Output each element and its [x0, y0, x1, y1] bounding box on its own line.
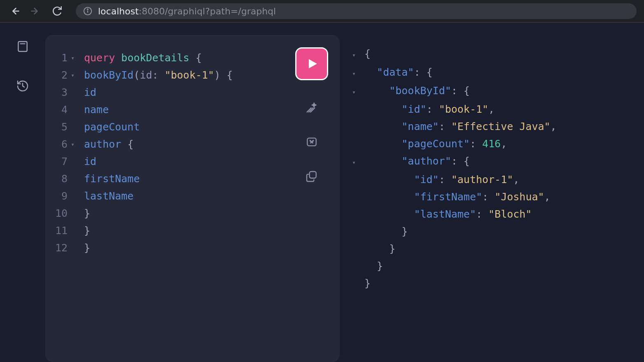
- url-text: localhost:8080/graphiql?path=/graphql: [98, 6, 276, 16]
- svg-rect-5: [18, 42, 27, 51]
- line-gutter: 1 2 3 4 5 6 7 8 9 10 11 12: [45, 49, 70, 348]
- result-json: ▾{ ▾ "data": { ▾ "bookById": { "id": "bo…: [352, 45, 636, 292]
- browser-toolbar: localhost:8080/graphiql?path=/graphql: [0, 0, 644, 23]
- copy-icon[interactable]: [304, 169, 319, 184]
- svg-rect-13: [310, 172, 316, 178]
- site-info-icon[interactable]: [83, 7, 92, 16]
- query-editor[interactable]: 1 2 3 4 5 6 7 8 9 10 11 12 ▾ ▾ ▾: [45, 35, 340, 362]
- editor-toolbar: [295, 47, 328, 184]
- fold-gutter[interactable]: ▾ ▾ ▾: [70, 49, 82, 348]
- prettify-icon[interactable]: [304, 100, 319, 115]
- query-code[interactable]: query bookDetails { bookById(id: "book-1…: [82, 49, 233, 348]
- merge-icon[interactable]: [304, 135, 319, 149]
- execute-button[interactable]: [295, 47, 328, 80]
- back-button[interactable]: [7, 4, 21, 18]
- sidebar: [0, 23, 45, 362]
- reload-button[interactable]: [50, 4, 64, 18]
- url-bar[interactable]: localhost:8080/graphiql?path=/graphql: [76, 3, 637, 19]
- svg-marker-7: [309, 59, 317, 69]
- result-panel[interactable]: ▾{ ▾ "data": { ▾ "bookById": { "id": "bo…: [340, 23, 644, 362]
- forward-button[interactable]: [29, 4, 43, 18]
- history-icon[interactable]: [15, 79, 30, 93]
- docs-icon[interactable]: [15, 39, 30, 54]
- svg-point-4: [87, 9, 88, 10]
